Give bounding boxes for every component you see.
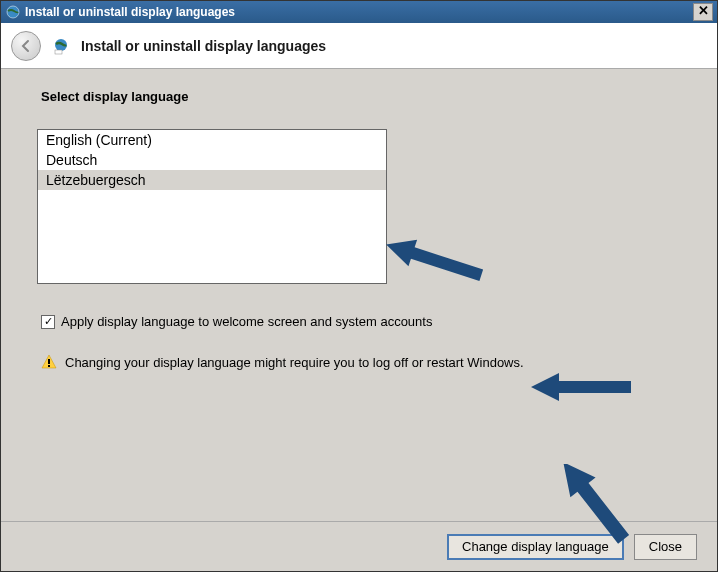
apply-checkbox[interactable]: ✓ [41,315,55,329]
globe-icon [5,4,21,20]
language-listbox[interactable]: English (Current)DeutschLëtzebuergesch [37,129,387,284]
header: Install or uninstall display languages [1,23,717,69]
checkbox-label: Apply display language to welcome screen… [61,314,432,329]
window-title: Install or uninstall display languages [25,5,693,19]
svg-marker-6 [531,373,631,401]
section-title: Select display language [41,89,677,104]
svg-rect-4 [48,365,50,367]
back-button[interactable] [11,31,41,61]
annotation-arrow-icon [381,239,491,299]
checkbox-row: ✓ Apply display language to welcome scre… [41,314,677,329]
close-button[interactable]: Close [634,534,697,560]
language-option[interactable]: Lëtzebuergesch [38,170,386,190]
language-option[interactable]: Deutsch [38,150,386,170]
page-title: Install or uninstall display languages [81,38,326,54]
titlebar: Install or uninstall display languages ✕ [1,1,717,23]
close-icon[interactable]: ✕ [693,3,713,21]
window: Install or uninstall display languages ✕… [0,0,718,572]
change-language-button[interactable]: Change display language [447,534,624,560]
svg-rect-2 [55,50,62,54]
warning-text: Changing your display language might req… [65,355,524,370]
svg-rect-3 [48,359,50,364]
globe-icon [51,36,71,56]
warning-icon [41,354,57,370]
back-arrow-icon [18,38,34,54]
annotation-arrow-icon [531,369,641,419]
language-option[interactable]: English (Current) [38,130,386,150]
content-area: Select display language English (Current… [1,69,717,521]
footer: Change display language Close [1,521,717,571]
warning-row: Changing your display language might req… [41,354,677,370]
svg-marker-5 [382,239,486,289]
